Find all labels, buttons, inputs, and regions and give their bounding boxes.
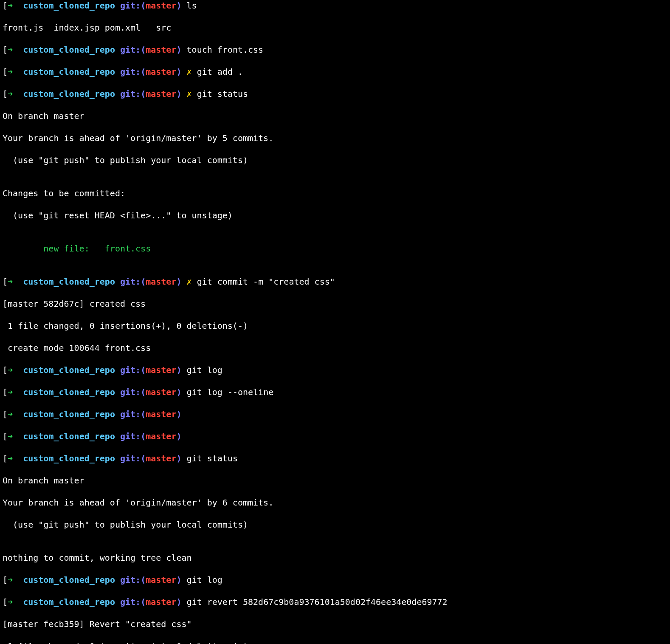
command-text[interactable]: git status xyxy=(197,89,248,99)
git-paren-close: ) xyxy=(176,575,181,585)
git-paren-open: ( xyxy=(141,453,146,463)
git-paren-open: ( xyxy=(141,89,146,99)
output-line: (use "git push" to publish your local co… xyxy=(3,519,667,530)
command-text[interactable]: git log xyxy=(187,575,222,585)
git-branch: master xyxy=(146,277,176,287)
git-label: git: xyxy=(120,89,141,99)
prompt-line: [➜ custom_cloned_repo git:(master) git s… xyxy=(3,453,667,464)
terminal[interactable]: [➜ custom_cloned_repo git:(master) ls fr… xyxy=(0,0,670,644)
git-paren-open: ( xyxy=(141,45,146,55)
cwd-label: custom_cloned_repo xyxy=(23,431,115,441)
git-paren-close: ) xyxy=(176,0,181,11)
prompt-open-bracket: [ xyxy=(3,453,8,463)
git-paren-open: ( xyxy=(141,387,146,397)
cwd-label: custom_cloned_repo xyxy=(23,365,115,375)
git-branch: master xyxy=(146,597,176,607)
git-dirty-icon: ✗ xyxy=(187,89,192,99)
git-paren-open: ( xyxy=(141,67,146,77)
output-line: [master 582d67c] created css xyxy=(3,298,667,309)
git-branch: master xyxy=(146,409,176,419)
git-dirty-icon: ✗ xyxy=(187,67,192,77)
command-text[interactable]: git commit -m "created css" xyxy=(197,277,335,287)
git-branch: master xyxy=(146,365,176,375)
git-paren-open: ( xyxy=(141,575,146,585)
git-label: git: xyxy=(120,409,141,419)
git-paren-open: ( xyxy=(141,597,146,607)
git-label: git: xyxy=(120,431,141,441)
git-paren-open: ( xyxy=(141,0,146,11)
git-branch: master xyxy=(146,67,176,77)
command-text[interactable]: git add . xyxy=(197,67,243,77)
git-label: git: xyxy=(120,45,141,55)
cwd-label: custom_cloned_repo xyxy=(23,45,115,55)
cwd-label: custom_cloned_repo xyxy=(23,387,115,397)
output-line: (use "git push" to publish your local co… xyxy=(3,155,667,166)
arrow-icon: ➜ xyxy=(8,431,13,441)
prompt-open-bracket: [ xyxy=(3,45,8,55)
git-label: git: xyxy=(120,365,141,375)
git-label: git: xyxy=(120,575,141,585)
command-text[interactable]: touch front.css xyxy=(187,45,264,55)
arrow-icon: ➜ xyxy=(8,575,13,585)
output-line: front.js index.jsp pom.xml src xyxy=(3,22,667,33)
git-paren-open: ( xyxy=(141,409,146,419)
output-line: (use "git reset HEAD <file>..." to unsta… xyxy=(3,210,667,221)
git-paren-close: ) xyxy=(176,409,181,419)
prompt-open-bracket: [ xyxy=(3,365,8,375)
arrow-icon: ➜ xyxy=(8,453,13,463)
arrow-icon: ➜ xyxy=(8,89,13,99)
output-line: On branch master xyxy=(3,475,667,486)
prompt-open-bracket: [ xyxy=(3,0,8,11)
output-line: 1 file changed, 0 insertions(+), 0 delet… xyxy=(3,641,667,644)
arrow-icon: ➜ xyxy=(8,67,13,77)
cwd-label: custom_cloned_repo xyxy=(23,277,115,287)
output-line: nothing to commit, working tree clean xyxy=(3,552,667,563)
git-paren-close: ) xyxy=(176,597,181,607)
git-label: git: xyxy=(120,67,141,77)
arrow-icon: ➜ xyxy=(8,387,13,397)
arrow-icon: ➜ xyxy=(8,597,13,607)
prompt-open-bracket: [ xyxy=(3,431,8,441)
git-paren-close: ) xyxy=(176,365,181,375)
prompt-line: [➜ custom_cloned_repo git:(master) ✗ git… xyxy=(3,88,667,99)
prompt-open-bracket: [ xyxy=(3,67,8,77)
prompt-line: [➜ custom_cloned_repo git:(master) git l… xyxy=(3,387,667,398)
command-text[interactable]: git status xyxy=(187,453,238,463)
output-line: On branch master xyxy=(3,110,667,121)
command-text[interactable]: ls xyxy=(187,0,197,11)
git-paren-close: ) xyxy=(176,277,181,287)
git-label: git: xyxy=(120,597,141,607)
output-line: Your branch is ahead of 'origin/master' … xyxy=(3,497,667,508)
git-branch: master xyxy=(146,89,176,99)
prompt-line: [➜ custom_cloned_repo git:(master) ✗ git… xyxy=(3,66,667,77)
git-branch: master xyxy=(146,387,176,397)
command-text[interactable]: git log --oneline xyxy=(187,387,274,397)
git-label: git: xyxy=(120,387,141,397)
arrow-icon: ➜ xyxy=(8,365,13,375)
git-paren-close: ) xyxy=(176,89,181,99)
prompt-line: [➜ custom_cloned_repo git:(master) xyxy=(3,409,667,420)
prompt-open-bracket: [ xyxy=(3,597,8,607)
command-text[interactable]: git log xyxy=(187,365,222,375)
cwd-label: custom_cloned_repo xyxy=(23,89,115,99)
prompt-open-bracket: [ xyxy=(3,387,8,397)
git-paren-open: ( xyxy=(141,431,146,441)
output-line: create mode 100644 front.css xyxy=(3,342,667,353)
output-line: [master fecb359] Revert "created css" xyxy=(3,619,667,630)
prompt-line: [➜ custom_cloned_repo git:(master) git l… xyxy=(3,574,667,585)
cwd-label: custom_cloned_repo xyxy=(23,67,115,77)
git-paren-close: ) xyxy=(176,431,181,441)
cwd-label: custom_cloned_repo xyxy=(23,409,115,419)
prompt-line: [➜ custom_cloned_repo git:(master) ✗ git… xyxy=(3,276,667,287)
command-text[interactable]: git revert 582d67c9b0a9376101a50d02f46ee… xyxy=(187,597,448,607)
git-paren-close: ) xyxy=(176,45,181,55)
cwd-label: custom_cloned_repo xyxy=(23,597,115,607)
git-paren-open: ( xyxy=(141,277,146,287)
cwd-label: custom_cloned_repo xyxy=(23,453,115,463)
git-branch: master xyxy=(146,45,176,55)
git-branch: master xyxy=(146,453,176,463)
prompt-open-bracket: [ xyxy=(3,89,8,99)
cwd-label: custom_cloned_repo xyxy=(23,575,115,585)
output-line: Changes to be committed: xyxy=(3,188,667,199)
git-branch: master xyxy=(146,575,176,585)
